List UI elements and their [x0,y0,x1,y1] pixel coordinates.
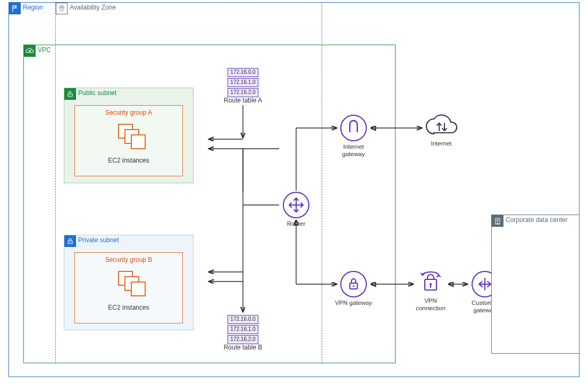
route-table-a: 172.16.0.0 172.16.1.0 172.16.2.0 [228,68,258,98]
svg-point-9 [352,285,354,287]
internet-gateway-label: Internet gateway [332,143,375,158]
cloud-icon [423,113,459,138]
route-table-cell: 172.16.0.0 [228,315,258,324]
ec2-instances-b-caption: EC2 instances [108,304,149,311]
route-table-cell: 172.16.2.0 [228,88,258,97]
private-subnet-label: Private subnet [78,236,119,244]
router-icon [283,192,309,218]
internet-gateway-node: Internet gateway [332,115,375,158]
corporate-data-center-box: Corporate data center [491,215,579,354]
router-label: Router [275,220,317,228]
svg-rect-21 [498,221,499,222]
vpn-gateway-icon [340,271,367,297]
vpc-label: VPC [38,46,51,54]
vpn-connection-icon [417,268,444,295]
vpn-gateway-label: VPN gateway [332,300,375,307]
corporate-data-center-label: Corporate data center [506,216,568,224]
svg-rect-1 [29,51,31,53]
svg-point-3 [70,95,71,96]
security-group-b-box: Security group B EC2 instances [74,252,183,323]
route-table-cell: 172.16.1.0 [228,78,258,87]
lock-closed-icon [64,235,76,247]
svg-rect-19 [498,219,499,220]
security-group-b-title: Security group B [105,256,153,263]
svg-rect-22 [497,223,498,224]
route-table-cell: 172.16.1.0 [228,325,258,334]
vpn-connection-label: VPN connection [409,297,452,312]
public-subnet-label: Public subnet [78,89,116,97]
route-table-cell: 172.16.0.0 [228,68,258,77]
availability-zone-label: Availability Zone [70,4,116,11]
vpn-connection-node: VPN connection [409,268,452,312]
route-table-b: 172.16.0.0 172.16.1.0 172.16.2.0 [228,315,258,345]
svg-rect-20 [497,221,498,222]
svg-point-5 [70,242,71,243]
route-table-a-label: Route table A [224,97,262,104]
cloud-lock-icon [24,45,36,57]
region-label: Region [23,4,43,11]
security-group-a-title: Security group A [105,109,152,116]
svg-rect-18 [497,219,498,220]
ec2-instances-a-caption: EC2 instances [108,157,149,164]
router-node: Router [275,192,317,228]
route-table-b-label: Route table B [224,344,263,351]
security-group-a-box: Security group A EC2 instances [74,105,183,176]
internet-node: Internet [420,113,463,148]
lock-open-icon [64,88,76,100]
location-pin-icon [56,3,68,14]
route-table-cell: 172.16.2.0 [228,335,258,344]
building-icon [492,215,503,227]
flag-icon [9,3,21,14]
ec2-instances-icon [115,271,147,296]
internet-gateway-icon [340,115,367,141]
vpn-gateway-node: VPN gateway [332,271,375,307]
svg-point-0 [61,7,63,8]
internet-label: Internet [420,140,463,148]
ec2-instances-icon [115,124,147,149]
